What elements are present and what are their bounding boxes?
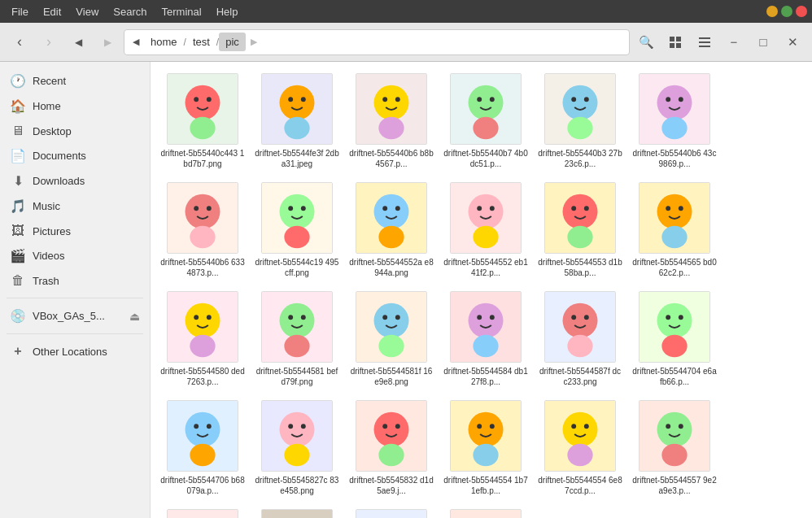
svg-point-88 <box>563 303 598 338</box>
history-back-button[interactable]: ◀ <box>65 29 91 55</box>
svg-point-18 <box>374 85 409 120</box>
menu-edit[interactable]: Edit <box>37 3 68 20</box>
file-item[interactable]: driftnet-5b5545827c 83e458.png <box>251 395 343 501</box>
svg-point-13 <box>280 85 315 120</box>
svg-rect-3 <box>676 43 681 48</box>
sidebar-item-trash[interactable]: 🗑 Trash <box>0 268 150 293</box>
history-forward-button[interactable]: ▶ <box>94 29 120 55</box>
file-item[interactable]: driftnet-5b5544c19 495cff.png <box>251 177 343 283</box>
minimize-button[interactable] <box>766 6 778 17</box>
file-item[interactable]: driftnet-5b5544581f 16e9e8.png <box>346 286 437 392</box>
file-name: driftnet-5b5544584 db127f8.p... <box>443 366 528 387</box>
file-item[interactable]: driftnet-5b5545826 2bbd95a.j... <box>440 504 531 518</box>
file-item[interactable]: driftnet-5b5544fe3f 2dba31.jpeg <box>251 68 343 174</box>
file-item[interactable]: driftnet-5b5544553 d1b58ba.p... <box>535 177 626 283</box>
svg-point-54 <box>477 206 482 211</box>
svg-point-80 <box>395 315 400 320</box>
svg-rect-0 <box>670 37 674 41</box>
breadcrumb-bar: ◀ home / test / pic ▶ <box>124 29 630 55</box>
back-button[interactable]: ‹ <box>7 29 33 55</box>
sidebar-label-videos: Videos <box>33 250 65 262</box>
breadcrumb-home[interactable]: home <box>144 33 184 51</box>
svg-point-53 <box>469 194 504 229</box>
sidebar-item-pictures[interactable]: 🖼 Pictures <box>0 219 150 243</box>
file-item[interactable]: driftnet-5b5544565 bd062c2.p... <box>629 177 720 283</box>
file-item[interactable]: driftnet-5b5544557 9e2a9e3.p... <box>629 395 720 501</box>
svg-point-118 <box>563 412 598 447</box>
svg-point-119 <box>571 424 576 429</box>
file-name: driftnet-5b5544704 e6afb66.p... <box>632 366 717 387</box>
file-name: driftnet-5b5544580 ded7263.p... <box>160 366 245 387</box>
file-item[interactable]: driftnet-5b5544552a e8944a.png <box>346 177 437 283</box>
file-item[interactable]: driftnet-5b5544702 5e45d32.p... <box>251 504 343 518</box>
sidebar-item-downloads[interactable]: ⬇ Downloads <box>0 168 150 194</box>
file-item[interactable]: driftnet-5b55440b3 27b23c6.p... <box>535 68 626 174</box>
file-item[interactable]: driftnet-5b5544704 1a7c4c9.p... <box>346 504 437 518</box>
file-item[interactable]: driftnet-5b5545832 d1d5ae9.j... <box>346 395 437 501</box>
svg-point-9 <box>194 97 199 102</box>
svg-point-89 <box>571 315 576 320</box>
menu-search[interactable]: Search <box>107 3 153 20</box>
file-item[interactable]: driftnet-5b55440c443 1bd7b7.png <box>157 68 248 174</box>
file-item[interactable]: driftnet-5b55440b6 b8b4567.p... <box>346 68 437 174</box>
breadcrumb-nav-right[interactable]: ▶ <box>246 29 262 55</box>
breadcrumb-pic[interactable]: pic <box>219 33 246 51</box>
svg-rect-2 <box>670 43 674 48</box>
file-item[interactable]: driftnet-5b5544581 befd79f.png <box>251 286 343 392</box>
file-item[interactable]: driftnet-5b5544554 1b71efb.p... <box>440 395 531 501</box>
menu-file[interactable]: File <box>5 3 35 20</box>
svg-point-34 <box>666 97 670 102</box>
svg-point-71 <box>190 335 215 357</box>
file-item[interactable]: driftnet-5b5544580 ded7263.p... <box>157 286 248 392</box>
file-item[interactable]: driftnet-5b5544554 6e87ccd.p... <box>535 395 626 501</box>
eject-icon[interactable]: ⏏ <box>129 310 140 323</box>
file-item[interactable]: driftnet-5b5544584 db127f8.p... <box>440 286 531 392</box>
breadcrumb-nav-left[interactable]: ◀ <box>128 29 144 55</box>
videos-icon: 🎬 <box>10 248 26 263</box>
window-close-button[interactable]: ✕ <box>779 29 805 55</box>
file-item[interactable]: driftnet-5b5544586 6ef438d.p... <box>157 504 248 518</box>
close-button[interactable] <box>796 6 807 17</box>
svg-point-81 <box>378 335 404 357</box>
file-name: driftnet-5b5544554 1b71efb.p... <box>443 475 528 496</box>
maximize-button[interactable] <box>781 6 792 17</box>
sidebar-item-home[interactable]: 🏠 Home <box>0 94 150 119</box>
svg-point-116 <box>473 444 498 466</box>
sidebar-item-desktop[interactable]: 🖥 Desktop <box>0 119 150 143</box>
sidebar-item-recent[interactable]: 🕐 Recent <box>0 68 150 94</box>
list-view-button[interactable] <box>692 29 718 55</box>
file-item[interactable]: driftnet-5b55440b7 4b0dc51.p... <box>440 68 531 174</box>
file-item[interactable]: driftnet-5b5544552 eb141f2.p... <box>440 177 531 283</box>
breadcrumb-test[interactable]: test <box>186 33 216 51</box>
zoom-button[interactable]: □ <box>750 29 776 55</box>
sidebar-item-documents[interactable]: 📄 Documents <box>0 143 150 168</box>
file-item[interactable]: driftnet-5b5544587f dcc233.png <box>535 286 626 392</box>
sidebar-item-videos[interactable]: 🎬 Videos <box>0 243 150 268</box>
svg-point-99 <box>194 424 199 429</box>
menu-help[interactable]: Help <box>210 3 245 20</box>
svg-point-44 <box>288 206 293 211</box>
file-item[interactable]: driftnet-5b55440b6 6334873.p... <box>157 177 248 283</box>
recent-icon: 🕐 <box>10 73 26 89</box>
svg-point-113 <box>469 412 504 447</box>
svg-point-65 <box>679 206 683 211</box>
search-button[interactable]: 🔍 <box>633 29 659 55</box>
grid-view-button[interactable] <box>662 29 688 55</box>
svg-point-114 <box>477 424 482 429</box>
svg-point-59 <box>571 206 576 211</box>
sidebar: 🕐 Recent 🏠 Home 🖥 Desktop 📄 Documents ⬇ … <box>0 62 151 518</box>
sidebar-item-other-locations[interactable]: + Other Locations <box>0 339 150 363</box>
svg-point-98 <box>186 412 220 447</box>
menu-terminal[interactable]: Terminal <box>155 3 208 20</box>
file-item[interactable]: driftnet-5b5544706 b68079a.p... <box>157 395 248 501</box>
sidebar-item-vbox[interactable]: 💿 VBox_GAs_5... ⏏ <box>0 303 150 329</box>
file-item[interactable]: driftnet-5b55440b6 43c9869.p... <box>629 68 720 174</box>
forward-button[interactable]: › <box>36 29 62 55</box>
file-item[interactable]: driftnet-5b5544704 e6afb66.p... <box>629 286 720 392</box>
sidebar-item-music[interactable]: 🎵 Music <box>0 194 150 219</box>
svg-point-86 <box>473 335 498 357</box>
zoom-out-button[interactable]: − <box>721 29 747 55</box>
svg-point-39 <box>194 206 199 211</box>
sidebar-label-vbox: VBox_GAs_5... <box>33 310 123 322</box>
menu-view[interactable]: View <box>69 3 105 20</box>
